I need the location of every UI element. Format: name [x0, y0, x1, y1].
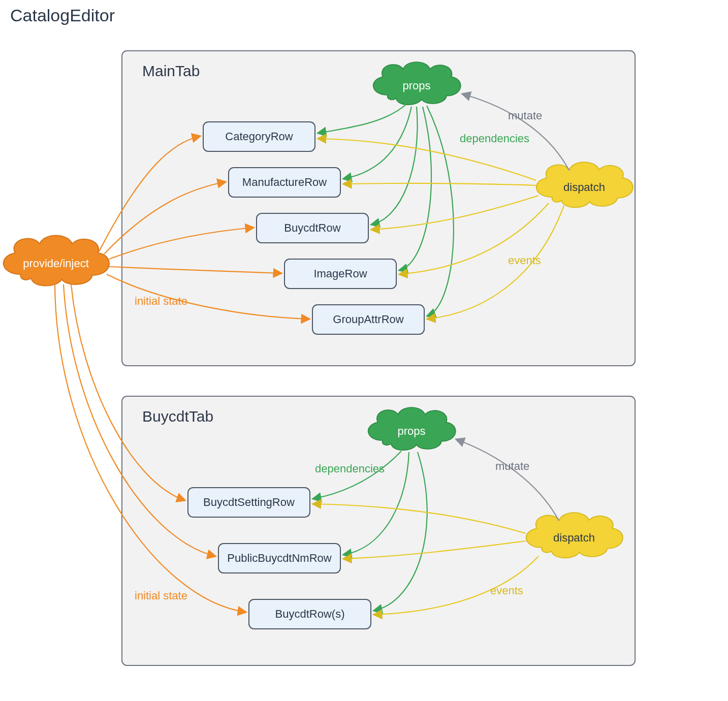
tab-main-title: MainTab	[142, 62, 200, 79]
label-events-buycdt: events	[490, 584, 523, 597]
row-buycdt-label: BuycdtRow	[284, 221, 340, 234]
label-events-main: events	[508, 254, 541, 267]
row-manufacture-label: ManufactureRow	[242, 176, 327, 188]
tab-main: MainTab CategoryRow ManufactureRow Buycd…	[122, 51, 635, 366]
dispatch-label-main: dispatch	[563, 181, 605, 194]
row-groupattr: GroupAttrRow	[312, 305, 424, 334]
row-public-buycdtnm: PublicBuycdtNmRow	[218, 544, 340, 573]
label-mutate-main: mutate	[508, 109, 542, 122]
row-buycdt-setting: BuycdtSettingRow	[188, 488, 310, 517]
provide-inject-label: provide/inject	[23, 257, 89, 270]
page-title: CatalogEditor	[10, 6, 115, 25]
tab-buycdt: BuycdtTab BuycdtSettingRow PublicBuycdtN…	[122, 396, 635, 665]
row-public-buycdtnm-label: PublicBuycdtNmRow	[227, 552, 332, 564]
props-label-buycdt: props	[397, 425, 425, 437]
label-initialstate-buycdt: initial state	[135, 589, 187, 602]
row-buycdt: BuycdtRow	[257, 213, 368, 243]
label-dependencies-buycdt: dependencies	[315, 462, 385, 475]
tab-buycdt-title: BuycdtTab	[142, 408, 213, 425]
row-buycdt-setting-label: BuycdtSettingRow	[203, 496, 295, 508]
row-buycdt-rows: BuycdtRow(s)	[249, 599, 371, 629]
dispatch-label-buycdt: dispatch	[553, 531, 595, 544]
label-initialstate-main: initial state	[135, 295, 187, 307]
row-groupattr-label: GroupAttrRow	[333, 313, 403, 326]
row-manufacture: ManufactureRow	[229, 168, 340, 197]
label-mutate-buycdt: mutate	[495, 460, 529, 472]
props-label-main: props	[402, 79, 430, 92]
row-buycdt-rows-label: BuycdtRow(s)	[275, 608, 345, 620]
row-image-label: ImageRow	[313, 267, 367, 280]
label-dependencies-main: dependencies	[460, 132, 529, 145]
row-category-label: CategoryRow	[225, 130, 293, 143]
diagram-canvas: CatalogEditor provide/inject MainTab Cat…	[0, 0, 728, 701]
row-image: ImageRow	[284, 259, 396, 289]
row-category: CategoryRow	[203, 122, 315, 151]
